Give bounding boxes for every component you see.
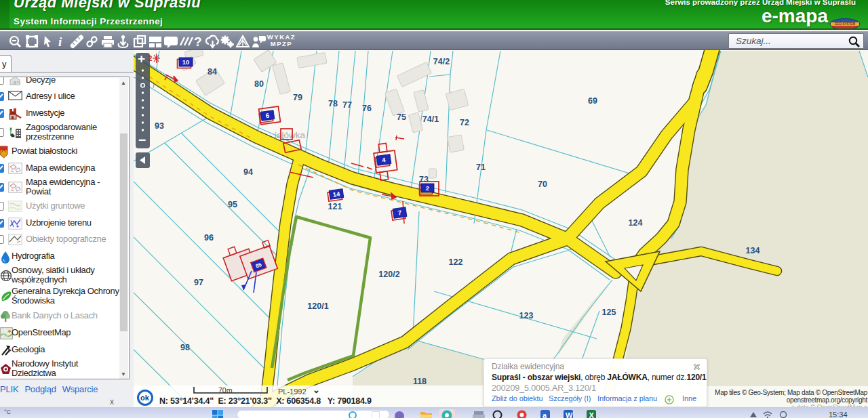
svg-text:?: ? <box>194 35 202 49</box>
svg-text:95: 95 <box>228 200 237 209</box>
svg-text:74/2: 74/2 <box>433 57 450 66</box>
svg-text:75: 75 <box>397 112 406 122</box>
svg-text:96: 96 <box>204 233 214 243</box>
svg-text:GEO-SYSTEM: GEO-SYSTEM <box>835 22 855 26</box>
svg-text:W: W <box>566 411 573 418</box>
svg-text:79: 79 <box>293 93 302 102</box>
svg-text:10: 10 <box>182 58 190 66</box>
svg-text:73: 73 <box>419 175 429 184</box>
svg-text:70: 70 <box>538 180 547 189</box>
svg-text:84: 84 <box>208 67 217 77</box>
svg-text:121: 121 <box>328 202 342 211</box>
svg-text:98: 98 <box>180 343 190 352</box>
svg-text:78: 78 <box>328 99 338 108</box>
svg-text:76: 76 <box>362 104 372 113</box>
svg-text:jałówka: jałówka <box>274 130 306 140</box>
svg-text:80: 80 <box>254 79 264 89</box>
svg-text:77: 77 <box>342 100 352 110</box>
svg-text:93: 93 <box>155 121 164 131</box>
svg-text:72: 72 <box>460 118 469 127</box>
svg-text:74/1: 74/1 <box>422 114 439 124</box>
svg-text:124: 124 <box>629 218 643 228</box>
svg-text:a: a <box>542 411 547 418</box>
svg-text:X: X <box>589 411 595 418</box>
svg-text:123: 123 <box>519 311 534 320</box>
svg-text:122: 122 <box>449 257 463 267</box>
svg-text:125: 125 <box>602 308 616 317</box>
svg-text:i: i <box>58 35 62 49</box>
svg-text:120/2: 120/2 <box>378 270 399 279</box>
svg-text:97: 97 <box>194 278 203 287</box>
svg-text:118: 118 <box>413 377 427 386</box>
svg-text:94: 94 <box>243 167 253 177</box>
svg-text:71: 71 <box>476 163 486 172</box>
svg-text:120/1: 120/1 <box>307 301 328 311</box>
svg-text:69: 69 <box>588 96 597 106</box>
svg-text:134: 134 <box>746 246 760 255</box>
svg-text:2: 2 <box>426 184 429 192</box>
